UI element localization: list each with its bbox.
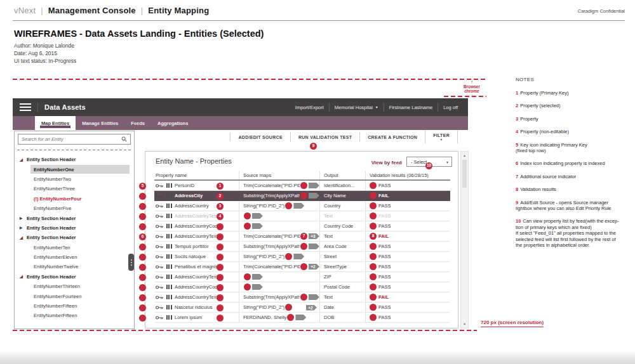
table-row[interactable]: Sociis natoque String("PID.PID_2") Stree… <box>154 252 450 262</box>
tree-item[interactable]: ◢ Entity Section Header <box>15 233 134 242</box>
filter-button[interactable]: FILTER ▼ <box>425 131 458 143</box>
scrollbar-thumb[interactable] <box>462 160 467 188</box>
note-marker <box>139 274 146 281</box>
create-a-function-button[interactable]: CREATE A FUNCTION <box>359 133 425 141</box>
tab-feeds[interactable]: Feeds <box>124 116 151 130</box>
table-row[interactable]: Lorem ipsum FERDINAND, Shelly DOB PASS <box>154 313 450 323</box>
note-marker: 5 <box>139 183 146 190</box>
run-validation-test-button[interactable]: RUN VALIDATION TEST <box>290 133 359 141</box>
table-row[interactable]: AddressCountryCode Country Code PASS <box>154 221 450 231</box>
chevron-down-icon: ▼ <box>446 160 449 164</box>
tree-item[interactable]: EntityNumberFifteen <box>15 301 134 311</box>
table-row[interactable]: Penatibus et magnis Trim(Concatenate("PI… <box>154 262 450 272</box>
primary-key-icon <box>156 275 164 280</box>
tree-item[interactable]: EntityNumberOne <box>15 164 134 174</box>
output-value: DOB <box>324 315 334 320</box>
cell-property-name: 6 AddressCountryText <box>154 231 239 241</box>
tree-item[interactable]: ◢ Entity Section Header <box>15 272 134 282</box>
tree-item[interactable]: EntityNumberTwo <box>15 174 134 184</box>
table-row[interactable]: AddressCountryCode Postal Code PASS <box>154 282 450 292</box>
tree-item[interactable]: EntityNumberFifteen <box>15 311 134 320</box>
validation-status: PASS <box>378 203 391 209</box>
cell-validation-result: PASS <box>365 201 450 211</box>
tree-twisty-icon[interactable]: ▶ <box>20 226 27 230</box>
cell-output: Area Code <box>319 242 365 251</box>
tree-item[interactable]: EntityNumberThirteen <box>15 282 134 291</box>
cell-source-maps <box>239 282 319 292</box>
topnav-item[interactable]: Memorial Hospital ▼ <box>329 103 384 112</box>
tree-item[interactable]: ◢ Entity Section Header <box>15 155 134 164</box>
table-row[interactable]: Tempus porttitor Substring(Trim(ApplyXPa… <box>154 242 450 252</box>
tree-item[interactable]: EnitityNumberTwelve <box>15 262 134 271</box>
wireframe-page: vNext|Management Console|Entity Mapping … <box>0 0 635 364</box>
page-bottom-fade <box>0 350 635 364</box>
note-item: 5Key icon indicating Primary Key (fixed … <box>516 142 634 154</box>
validation-status: PASS <box>378 315 391 320</box>
note-marker <box>300 294 307 301</box>
cell-output: Country <box>319 201 365 211</box>
cell-property-name: AddressCountryCode <box>154 221 239 231</box>
cell-source-maps <box>239 221 319 231</box>
add-edit-source-button[interactable]: ADD/EDIT SOURCE <box>230 133 290 141</box>
table-row[interactable]: AddressCountry 3 String("PID.PID_2") Cou… <box>154 201 450 211</box>
column-source-maps: Source maps <box>239 171 319 179</box>
scroll-down-icon[interactable]: ▼ <box>461 322 468 326</box>
table-row[interactable]: AddressCountryText Substring(Trim(ApplyX… <box>154 292 450 302</box>
cell-property-name: Penatibus et magnis <box>154 262 239 271</box>
note-marker <box>370 202 377 209</box>
output-value: Street <box>324 254 337 259</box>
tree-item[interactable]: EntityNumberEleven <box>15 252 134 262</box>
topnav-item[interactable]: Firstname Lastname ▼ <box>384 103 438 112</box>
tab-aggregations[interactable]: Aggregations <box>151 116 194 130</box>
tree-scrollbar-handle[interactable] <box>128 254 134 271</box>
breadcrumb-management-console: Management Console <box>48 6 136 15</box>
additional-source-badge <box>252 213 263 219</box>
note-number: 3 <box>516 116 518 122</box>
note-marker <box>370 304 377 311</box>
tree-twisty-icon[interactable]: ◢ <box>20 274 27 279</box>
note-number: 5 <box>516 142 518 148</box>
search-input[interactable] <box>22 136 121 142</box>
hamburger-menu-icon[interactable] <box>20 101 31 113</box>
table-row[interactable]: 6 AddressCountryText Trim(Concatenate("P… <box>154 231 450 242</box>
cell-output: Identification... <box>319 181 365 190</box>
index-icon <box>166 214 172 218</box>
note-number: 2 <box>516 103 518 108</box>
validation-status: PASS <box>378 244 391 249</box>
properties-panel: Entity Name - Properties View by feed - … <box>145 151 458 328</box>
breadcrumb-separator: | <box>141 6 144 15</box>
tree-item[interactable]: EntityNumberThree <box>15 184 134 193</box>
note-marker <box>300 263 307 270</box>
topnav-item[interactable]: Log off ▼ <box>438 103 463 112</box>
table-row[interactable]: 5 PersonID 1 Trim(Concatenate("PID.PID I… <box>154 181 450 191</box>
tree-twisty-icon[interactable]: ▶ <box>20 216 27 220</box>
tree-item[interactable]: ▶ Entity Section Header <box>15 213 134 223</box>
tree-item[interactable]: EntityNumberFourteen <box>15 291 134 301</box>
note-marker <box>370 283 377 290</box>
main-scrollbar[interactable]: ▲ ▼ <box>460 151 469 328</box>
table-row[interactable]: AddressCountryText 4 Text PASS <box>154 211 450 221</box>
table-row[interactable]: AddressCity 2 Substring(Trim(ApplyXPath.… <box>154 191 450 201</box>
scroll-up-icon[interactable]: ▲ <box>461 153 468 157</box>
tree-twisty-icon[interactable]: ◢ <box>20 157 27 162</box>
tree-item[interactable]: (!) EntityNumberFour <box>15 194 134 204</box>
tab-manage-entities[interactable]: Manage Entities <box>76 116 124 130</box>
cell-validation-result: PASS <box>365 242 450 251</box>
source-map: Trim(Concatenate("PID.PID <box>243 233 300 239</box>
tab-map-entities[interactable]: Map Entities <box>35 116 76 130</box>
note-item: 4Property (non-editable) <box>516 129 634 134</box>
app-window: Data Assets Import/Export ▼ Memorial Hos… <box>13 98 468 330</box>
table-row[interactable]: AddressCountryText ZIP PASS <box>154 272 450 282</box>
search-icon[interactable] <box>121 136 127 142</box>
topnav-item[interactable]: Import/Export ▼ <box>290 103 329 112</box>
note-marker <box>244 223 251 230</box>
tree-item-label: EntityNumberFifteen <box>34 303 77 309</box>
tree-twisty-icon[interactable]: ◢ <box>20 235 27 240</box>
validation-status: PASS <box>378 223 391 229</box>
table-row[interactable]: Nascetur ridiculus String("PID.PID_2") +… <box>154 302 450 313</box>
tree-item[interactable]: EntityNumberFive <box>15 204 134 213</box>
note-marker <box>217 233 224 240</box>
tree-item[interactable]: EntityNumberTen <box>15 243 134 252</box>
note-marker: 7 <box>300 233 307 240</box>
tree-item[interactable]: ▶ Entity Section Header <box>15 223 134 233</box>
